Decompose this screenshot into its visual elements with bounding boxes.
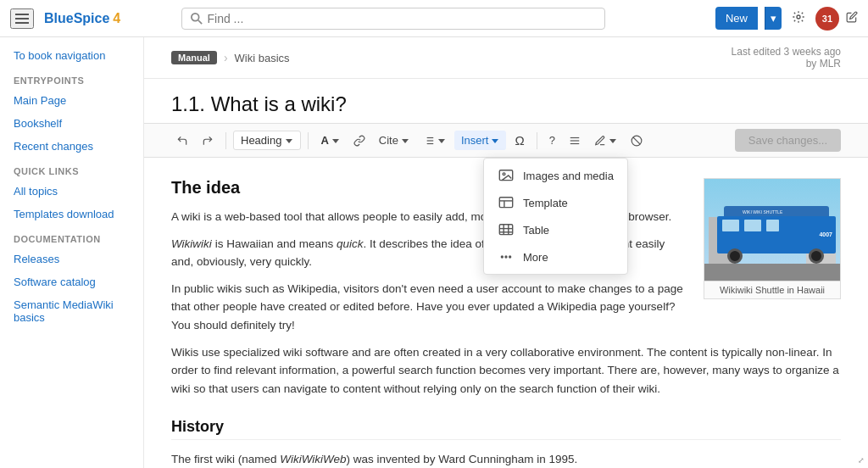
search-bar[interactable] [181, 8, 605, 30]
image-caption: Wikiwiki Shuttle in Hawaii [704, 281, 840, 298]
omega-icon: Ω [515, 133, 524, 148]
list-button[interactable] [418, 131, 451, 150]
insert-chevron-icon [491, 136, 499, 145]
undo-button[interactable] [171, 131, 193, 150]
sidebar-item-releases[interactable]: Releases [0, 248, 143, 270]
last-edited-by: by MLR [732, 58, 841, 70]
avatar[interactable]: 31 [815, 7, 839, 31]
logo-text: BlueSpice [44, 11, 109, 26]
heading-chevron-icon [285, 136, 293, 145]
insert-table-item[interactable]: Table [484, 216, 627, 243]
insert-template-label: Template [523, 197, 568, 209]
svg-marker-3 [286, 139, 292, 143]
list-icon [423, 135, 435, 147]
breadcrumb-manual: Manual [171, 51, 217, 64]
new-button[interactable]: New [715, 7, 758, 30]
insert-more-item[interactable]: More [484, 243, 627, 270]
list-chevron-icon [437, 136, 446, 145]
svg-point-31 [505, 256, 507, 258]
sidebar-item-alltopics[interactable]: All topics [0, 180, 143, 203]
more-icon [498, 250, 515, 264]
format-chevron-icon [609, 136, 617, 145]
heading-select-label: Heading [241, 134, 281, 147]
text-color-chevron-icon [331, 136, 340, 145]
redo-button[interactable] [197, 131, 219, 150]
wiki-image-inner: WIKI WIKI SHUTTLE 4007 Wikiwiki Shuttle … [704, 179, 840, 298]
svg-point-30 [501, 256, 503, 258]
edit-pencil-button[interactable] [846, 11, 858, 25]
toolbar-sep-1 [225, 132, 226, 149]
toolbar-sep-3 [537, 132, 537, 149]
insert-dropdown: Images and media Template Table [483, 158, 628, 275]
block-icon [631, 135, 643, 147]
svg-rect-22 [499, 198, 512, 208]
save-button[interactable]: Save changes... [735, 129, 841, 152]
insert-images-item[interactable]: Images and media [484, 162, 627, 189]
svg-marker-13 [492, 139, 498, 143]
link-button[interactable] [348, 131, 370, 150]
section-history-heading: History [171, 418, 841, 440]
hamburger-menu[interactable] [10, 8, 34, 29]
cite-button[interactable]: Cite [374, 131, 415, 150]
text-a-label: A [320, 134, 328, 147]
svg-rect-20 [499, 170, 512, 181]
wiki-image: WIKI WIKI SHUTTLE 4007 Wikiwiki Shuttle … [704, 178, 841, 299]
toolbar-sep-2 [308, 132, 309, 149]
top-right-actions: New ▾ 31 [715, 7, 858, 31]
heading-select[interactable]: Heading [233, 131, 301, 150]
cite-label: Cite [379, 134, 398, 147]
svg-point-0 [191, 13, 198, 20]
sidebar-item-templates[interactable]: Templates download [0, 203, 143, 226]
bus-image-placeholder: WIKI WIKI SHUTTLE 4007 [704, 179, 840, 281]
svg-rect-25 [499, 225, 512, 235]
expand-image-icon[interactable]: ⤢ [858, 456, 865, 465]
svg-point-2 [797, 15, 800, 19]
svg-line-1 [198, 20, 201, 23]
help-button[interactable]: ? [544, 131, 560, 150]
new-dropdown-button[interactable]: ▾ [765, 7, 782, 30]
more-options-button[interactable] [564, 131, 586, 150]
insert-more-label: More [523, 251, 548, 264]
svg-point-32 [509, 256, 511, 258]
insert-table-label: Table [523, 224, 549, 237]
content-area: Manual › Wiki basics Last edited 3 weeks… [144, 37, 868, 468]
gear-icon [792, 10, 805, 24]
sidebar-book-nav[interactable]: To book navigation [0, 44, 143, 67]
app-container: BlueSpice4 New ▾ 31 To book navigation E… [0, 0, 868, 468]
text-color-button[interactable]: A [315, 131, 344, 150]
format-button[interactable] [589, 131, 622, 150]
sidebar-item-mainpage[interactable]: Main Page [0, 89, 143, 112]
insert-template-item[interactable]: Template [484, 189, 627, 216]
logo: BlueSpice4 [44, 11, 120, 26]
svg-marker-17 [609, 139, 616, 143]
special-chars-button[interactable]: Ω [509, 130, 529, 151]
last-edited-text: Last edited 3 weeks ago [732, 46, 841, 58]
svg-line-19 [633, 136, 640, 143]
logo-num: 4 [113, 11, 120, 26]
sidebar-section-documentation: DOCUMENTATION [0, 226, 143, 248]
last-edited: Last edited 3 weeks ago by MLR [732, 46, 841, 70]
insert-images-label: Images and media [523, 170, 614, 182]
pencil-icon [846, 11, 858, 23]
block-button[interactable] [626, 131, 648, 150]
settings-button[interactable] [788, 7, 809, 31]
sidebar-item-softwarecatalog[interactable]: Software catalog [0, 270, 143, 293]
more-horiz-icon [569, 135, 581, 147]
table-icon [498, 223, 515, 237]
sidebar-item-bookshelf[interactable]: Bookshelf [0, 112, 143, 135]
article-title: 1.1. What is a wiki? [144, 79, 868, 123]
breadcrumb-bar: Manual › Wiki basics Last edited 3 weeks… [144, 37, 868, 79]
svg-point-21 [503, 173, 505, 176]
svg-marker-12 [438, 139, 445, 143]
breadcrumb-separator: › [224, 51, 228, 64]
svg-marker-5 [402, 139, 409, 143]
editor-toolbar: Heading A Cite [144, 123, 868, 158]
sidebar-item-semanticmediawiki[interactable]: Semantic MediaWiki basics [0, 293, 143, 329]
sidebar-item-recentchanges[interactable]: Recent changes [0, 135, 143, 158]
insert-button[interactable]: Insert [454, 131, 507, 150]
top-bar: BlueSpice4 New ▾ 31 [0, 0, 868, 37]
breadcrumb-wiki-basics: Wiki basics [235, 52, 290, 64]
history-para1: The first wiki (named WikiWikiWeb) was i… [171, 450, 841, 468]
search-input[interactable] [208, 12, 596, 25]
undo-icon [176, 135, 188, 147]
